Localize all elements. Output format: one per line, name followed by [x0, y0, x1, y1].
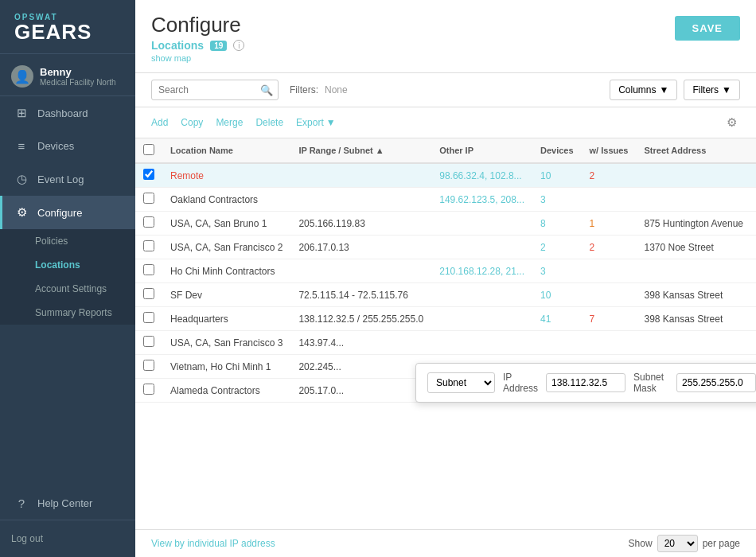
delete-button[interactable]: Delete [255, 117, 283, 128]
cell-name: USA, CA, San Francisco 2 [162, 236, 290, 259]
row-checkbox[interactable] [143, 336, 154, 347]
cell-ip-range [290, 259, 431, 283]
sidebar-item-label: Help Center [37, 497, 92, 509]
merge-button[interactable]: Merge [216, 117, 243, 128]
cell-issues: 7 [582, 307, 637, 331]
search-icon[interactable]: 🔍 [260, 84, 273, 96]
user-area: 👤 Benny Medical Facility North [0, 54, 135, 96]
sidebar: OPSWAT GEARS 👤 Benny Medical Facility No… [0, 0, 135, 557]
view-individual-link[interactable]: View by individual IP address [151, 538, 275, 549]
avatar: 👤 [11, 65, 33, 88]
col-ip-range[interactable]: IP Range / Subnet ▲ [290, 138, 431, 163]
table-row: SF Dev 72.5.115.14 - 72.5.115.76 10 398 … [135, 283, 756, 307]
sidebar-item-devices[interactable]: ≡ Devices [0, 130, 135, 162]
row-checkbox[interactable] [143, 384, 154, 395]
filters-button[interactable]: Filters ▼ [684, 80, 740, 100]
cell-street [636, 259, 751, 283]
event-log-icon: ◷ [14, 172, 29, 186]
cell-devices: 8 [532, 212, 582, 236]
show-label: Show [629, 538, 653, 549]
cell-ip-range: 143.97.4... [290, 331, 431, 355]
cell-devices [532, 331, 582, 355]
save-button[interactable]: SAVE [675, 16, 740, 41]
sidebar-item-label: Configure [37, 207, 82, 219]
cell-name: Oakland Contractors [162, 188, 290, 212]
logout-link[interactable]: Log out [11, 528, 124, 549]
popup-ip-input[interactable] [546, 373, 625, 392]
cell-ip-range: 138.112.32.5 / 255.255.255.0 [290, 307, 431, 331]
search-input[interactable] [151, 80, 279, 100]
cell-other-ip [431, 283, 532, 307]
export-button[interactable]: Export ▼ [296, 117, 336, 128]
cell-devices: 2 [532, 236, 582, 259]
add-button[interactable]: Add [151, 117, 168, 128]
table-row: USA, CA, San Francisco 3 143.97.4... CA,… [135, 331, 756, 355]
info-icon[interactable]: i [233, 40, 244, 51]
cell-other-ip: 149.62.123.5, 208... [431, 188, 532, 212]
table-row: Remote 98.66.32.4, 102.8... 10 2 [135, 163, 756, 188]
row-checkbox[interactable] [143, 193, 154, 204]
show-map-link[interactable]: show map [151, 53, 740, 63]
columns-label: Columns [618, 84, 656, 95]
filters-chevron-icon: ▼ [722, 84, 731, 95]
sub-nav: Policies Locations Account Settings Summ… [0, 229, 135, 325]
row-checkbox[interactable] [143, 240, 154, 251]
cell-street: 875 Huntington Avenue [636, 212, 751, 236]
main-content: Configure Locations 19 i show map SAVE 🔍… [135, 0, 756, 557]
page-title: Configure [151, 13, 740, 37]
row-checkbox[interactable] [143, 360, 154, 371]
user-facility: Medical Facility North [40, 78, 116, 87]
cell-location: USA, CA, San Francisco [751, 236, 756, 259]
sub-nav-item-locations[interactable]: Locations [0, 253, 135, 277]
cell-issues: 2 [582, 163, 637, 188]
settings-gear-icon[interactable]: ⚙ [723, 112, 740, 133]
filters-value: None [325, 84, 348, 95]
per-page-label: per page [703, 538, 740, 549]
cell-other-ip [431, 236, 532, 259]
logo-area: OPSWAT GEARS [0, 0, 135, 54]
sub-nav-item-account-settings[interactable]: Account Settings [0, 277, 135, 301]
row-checkbox[interactable] [143, 288, 154, 299]
sidebar-item-help-center[interactable]: ? Help Center [0, 487, 135, 520]
sub-nav-item-summary-reports[interactable]: Summary Reports [0, 301, 135, 325]
cell-ip-range: 206.17.0.13 [290, 236, 431, 259]
sidebar-item-dashboard[interactable]: ⊞ Dashboard [0, 96, 135, 130]
row-checkbox[interactable] [143, 216, 154, 228]
sidebar-item-configure[interactable]: ⚙ Configure [0, 196, 135, 229]
cell-name: Vietnam, Ho Chi Minh 1 [162, 355, 290, 379]
sidebar-bottom: Log out [0, 520, 135, 557]
per-page-select[interactable]: 10 20 50 100 [657, 535, 698, 552]
col-other-ip: Other IP [431, 138, 532, 163]
footer: View by individual IP address Show 10 20… [135, 529, 756, 557]
row-checkbox[interactable] [143, 312, 154, 323]
cell-street [636, 331, 751, 355]
columns-chevron-icon: ▼ [660, 84, 669, 95]
row-checkbox[interactable] [143, 169, 154, 180]
columns-button[interactable]: Columns ▼ [610, 80, 677, 100]
cell-name: Headquarters [162, 307, 290, 331]
cell-street: 398 Kansas Street [636, 283, 751, 307]
col-location-name[interactable]: Location Name [162, 138, 290, 163]
col-street: Street Address [636, 138, 751, 163]
table-area: Location Name IP Range / Subnet ▲ Other … [135, 138, 756, 529]
sidebar-item-event-log[interactable]: ◷ Event Log [0, 162, 135, 196]
sidebar-item-label: Dashboard [37, 107, 88, 119]
copy-button[interactable]: Copy [181, 117, 203, 128]
sub-nav-item-policies[interactable]: Policies [0, 229, 135, 253]
cell-devices: 10 [532, 283, 582, 307]
logo-gears: GEARS [14, 21, 121, 42]
breadcrumb-row: Locations 19 i [151, 39, 740, 52]
popup-type-select[interactable]: Subnet IP Range Single IP [427, 372, 495, 393]
cell-devices: 3 [532, 259, 582, 283]
cell-name: Alameda Contractors [162, 379, 290, 403]
row-checkbox[interactable] [143, 264, 154, 275]
sidebar-item-label: Event Log [37, 173, 84, 185]
breadcrumb: Locations [151, 39, 204, 52]
cell-location: CA, San Francisco [751, 331, 756, 355]
col-devices: Devices [532, 138, 582, 163]
popup-mask-input[interactable] [676, 373, 756, 392]
cell-ip-range: 202.245... [290, 355, 431, 379]
cell-ip-range: 205.17.0... [290, 379, 431, 403]
select-all-checkbox[interactable] [143, 144, 154, 155]
cell-issues: 2 [582, 236, 637, 259]
